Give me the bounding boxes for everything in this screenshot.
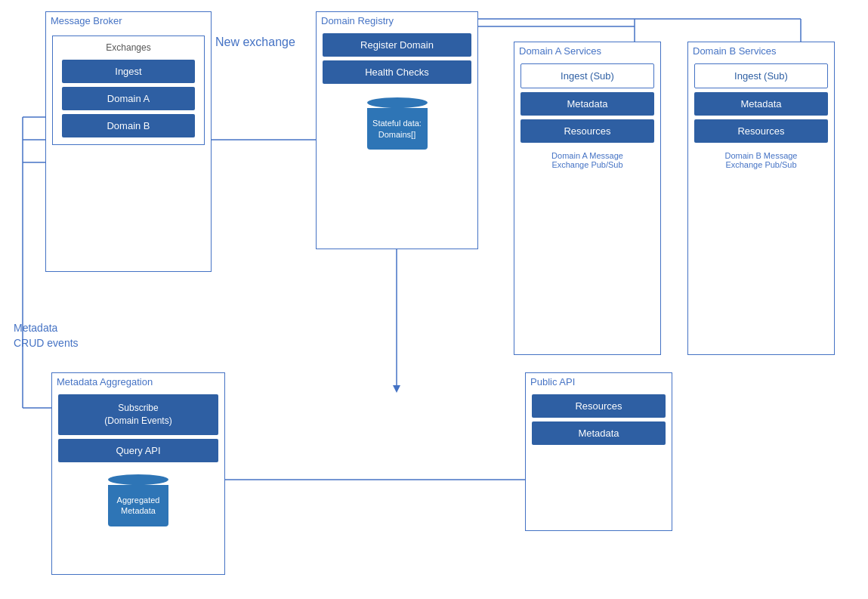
public-api-resources[interactable]: Resources (532, 394, 666, 418)
ingest-button[interactable]: Ingest (62, 60, 195, 83)
register-domain-button[interactable]: Register Domain (323, 33, 471, 57)
message-broker-title: Message Broker (46, 12, 211, 29)
metadata-aggregation-title: Metadata Aggregation (52, 373, 224, 391)
exchanges-label: Exchanges (56, 39, 201, 56)
domain-registry-title: Domain Registry (317, 12, 477, 29)
domain-b-button[interactable]: Domain B (62, 114, 195, 137)
domain-a-metadata[interactable]: Metadata (520, 92, 654, 116)
domain-a-button[interactable]: Domain A (62, 87, 195, 110)
domain-b-title: Domain B Services (688, 42, 834, 60)
domain-a-ingest-sub[interactable]: Ingest (Sub) (520, 63, 654, 88)
aggregated-metadata-cylinder: Aggregated Metadata (108, 474, 168, 526)
query-api-button[interactable]: Query API (58, 439, 218, 462)
health-checks-button[interactable]: Health Checks (323, 60, 471, 84)
public-api-metadata[interactable]: Metadata (532, 421, 666, 445)
domain-a-resources[interactable]: Resources (520, 119, 654, 143)
domain-b-services-box: Domain B Services Ingest (Sub) Metadata … (687, 42, 835, 355)
message-broker-box: Message Broker Exchanges Ingest Domain A… (45, 11, 212, 272)
domain-b-ingest-sub[interactable]: Ingest (Sub) (694, 63, 828, 88)
public-api-title: Public API (526, 373, 672, 391)
new-exchange-label: New exchange (215, 36, 295, 49)
domain-a-services-box: Domain A Services Ingest (Sub) Metadata … (514, 42, 661, 355)
domain-b-resources[interactable]: Resources (694, 119, 828, 143)
diagram-container: Message Broker Exchanges Ingest Domain A… (0, 0, 868, 599)
domain-registry-box: Domain Registry Register Domain Health C… (316, 11, 478, 249)
stateful-data-cylinder: Stateful data: Domains[] (367, 97, 428, 150)
metadata-aggregation-box: Metadata Aggregation Subscribe (Domain E… (51, 372, 225, 575)
domain-b-note: Domain B Message Exchange Pub/Sub (688, 147, 834, 172)
metadata-crud-label: Metadata CRUD events (14, 321, 79, 350)
public-api-box: Public API Resources Metadata (525, 372, 672, 531)
domain-a-title: Domain A Services (514, 42, 660, 60)
subscribe-domain-events[interactable]: Subscribe (Domain Events) (58, 394, 218, 435)
domain-b-metadata[interactable]: Metadata (694, 92, 828, 116)
domain-a-note: Domain A Message Exchange Pub/Sub (514, 147, 660, 172)
svg-marker-3 (393, 385, 400, 393)
